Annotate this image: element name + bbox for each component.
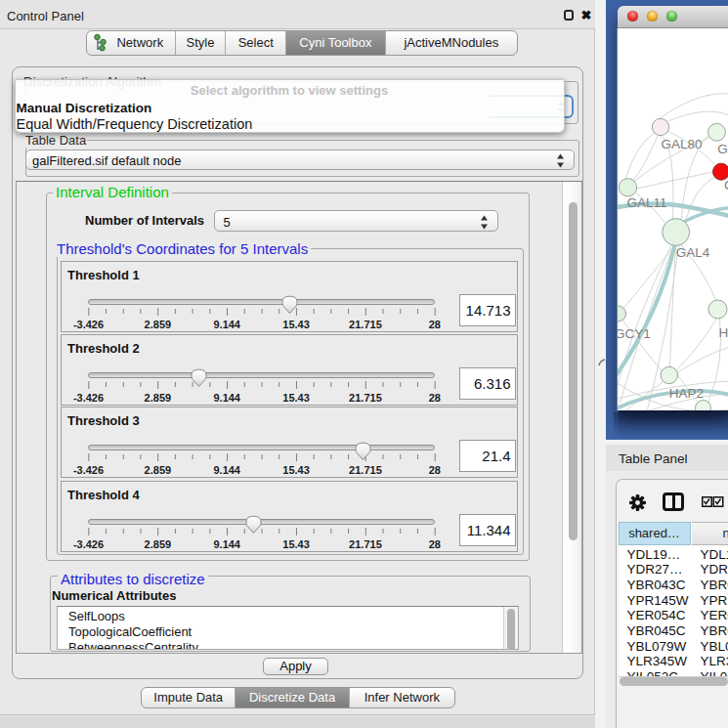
svg-text:GCY1: GCY1 <box>618 326 651 341</box>
svg-text:GA: GA <box>717 142 728 156</box>
svg-text:GAL11: GAL11 <box>626 195 666 210</box>
svg-text:H: H <box>718 325 728 340</box>
svg-text:HAP2: HAP2 <box>668 386 703 401</box>
svg-text:GAL80: GAL80 <box>661 137 702 151</box>
svg-text:GAL4: GAL4 <box>675 245 709 260</box>
svg-text:C: C <box>724 178 728 193</box>
